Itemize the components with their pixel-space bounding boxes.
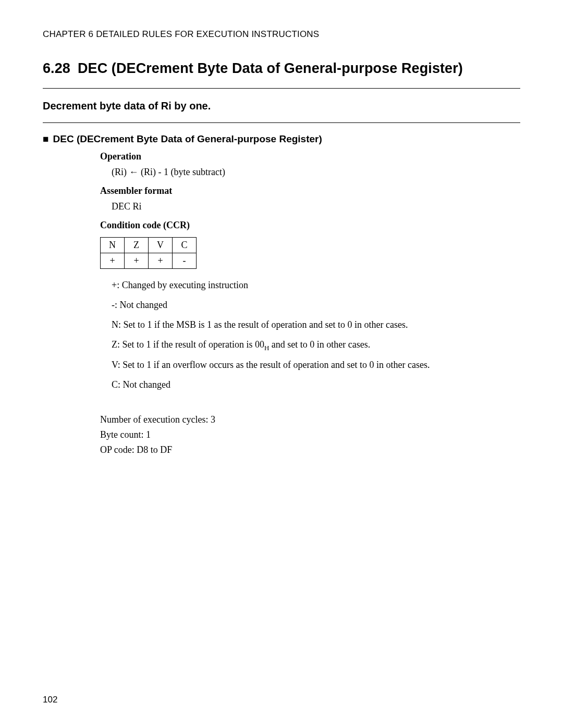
assembler-text: DEC Ri bbox=[112, 200, 520, 214]
ccr-value-n: + bbox=[101, 253, 125, 269]
chapter-header: CHAPTER 6 DETAILED RULES FOR EXECUTION I… bbox=[43, 29, 520, 40]
section-title-text: DEC (DECrement Byte Data of General-purp… bbox=[78, 60, 463, 76]
page: CHAPTER 6 DETAILED RULES FOR EXECUTION I… bbox=[0, 0, 563, 728]
note-z-sub: H bbox=[264, 343, 269, 351]
ccr-value-c: - bbox=[173, 253, 197, 269]
ccr-header-row: N Z V C bbox=[101, 238, 197, 253]
note-n: N: Set to 1 if the MSB is 1 as the resul… bbox=[112, 318, 520, 332]
ccr-table: N Z V C + + + - bbox=[100, 237, 197, 269]
note-v: V: Set to 1 if an overflow occurs as the… bbox=[112, 358, 520, 373]
section-number: 6.28 bbox=[43, 60, 70, 76]
note-c: C: Not changed bbox=[112, 378, 520, 392]
ccr-header-z: Z bbox=[125, 238, 149, 253]
ccr-label: Condition code (CCR) bbox=[100, 220, 520, 231]
operation-label: Operation bbox=[100, 151, 520, 162]
assembler-label: Assembler format bbox=[100, 186, 520, 196]
square-bullet-icon: ■ bbox=[43, 133, 48, 144]
ccr-value-v: + bbox=[149, 253, 173, 269]
ccr-header-v: V bbox=[149, 238, 173, 253]
ccr-notes: +: Changed by executing instruction -: N… bbox=[100, 278, 520, 392]
ccr-value-z: + bbox=[125, 253, 149, 269]
note-z-pre: Z: Set to 1 if the result of operation i… bbox=[112, 339, 264, 350]
note-plus: +: Changed by executing instruction bbox=[112, 278, 520, 293]
page-number: 102 bbox=[43, 695, 57, 705]
note-minus: -: Not changed bbox=[112, 298, 520, 313]
meta-block: Number of execution cycles: 3 Byte count… bbox=[100, 414, 520, 455]
subheading: ■DEC (DECrement Byte Data of General-pur… bbox=[43, 133, 520, 145]
operation-block: Operation (Ri) ← (Ri) - 1 (byte subtract… bbox=[100, 151, 520, 392]
ccr-value-row: + + + - bbox=[101, 253, 197, 269]
ccr-header-n: N bbox=[101, 238, 125, 253]
subheading-text: DEC (DECrement Byte Data of General-purp… bbox=[53, 133, 322, 144]
ccr-header-c: C bbox=[173, 238, 197, 253]
summary-line: Decrement byte data of Ri by one. bbox=[43, 100, 520, 112]
section-title: 6.28DEC (DECrement Byte Data of General-… bbox=[43, 60, 520, 77]
operation-text: (Ri) ← (Ri) - 1 (byte subtract) bbox=[112, 165, 520, 179]
meta-opcode: OP code: D8 to DF bbox=[100, 445, 520, 455]
rule-top bbox=[43, 88, 520, 89]
meta-cycles: Number of execution cycles: 3 bbox=[100, 414, 520, 425]
rule-bottom bbox=[43, 122, 520, 123]
note-z-post: and set to 0 in other cases. bbox=[269, 339, 370, 350]
note-z: Z: Set to 1 if the result of operation i… bbox=[112, 338, 520, 353]
meta-bytes: Byte count: 1 bbox=[100, 429, 520, 440]
